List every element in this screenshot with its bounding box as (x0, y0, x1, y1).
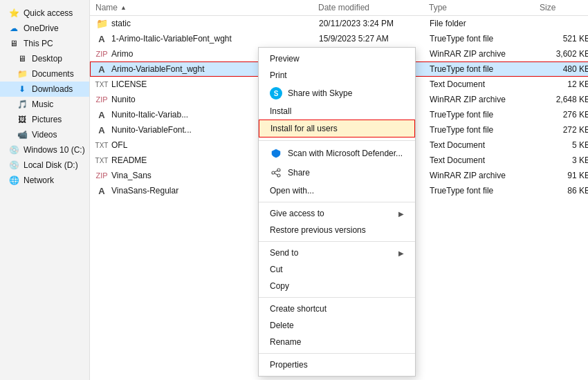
drive-d-icon: 💿 (8, 160, 19, 171)
txt-icon: TXT (96, 140, 107, 151)
zip-icon: ZIP (96, 170, 107, 181)
font-icon: A (96, 64, 107, 75)
sidebar-item-windows-c[interactable]: 💿 Windows 10 (C:) (0, 142, 89, 158)
sidebar-item-label: Local Disk (D:) (24, 160, 78, 170)
sidebar-item-label: This PC (24, 39, 53, 48)
menu-separator (259, 353, 415, 354)
svg-line-3 (275, 171, 277, 172)
menu-item-rename[interactable]: Rename (259, 334, 415, 350)
menu-item-copy[interactable]: Copy (259, 278, 415, 294)
sidebar-item-label: Quick access (24, 8, 73, 18)
font-icon: A (96, 109, 107, 120)
menu-item-properties[interactable]: Properties (259, 357, 415, 373)
folder-icon: 📁 (17, 68, 28, 79)
menu-item-install-all-users[interactable]: Install for all users (259, 120, 415, 137)
videos-icon: 📹 (17, 129, 28, 140)
file-list-header: Name ▲ Date modified Type Size (90, 0, 588, 16)
menu-item-create-shortcut[interactable]: Create shortcut (259, 301, 415, 317)
font-icon: A (96, 124, 107, 135)
menu-separator (259, 202, 415, 202)
sidebar-item-downloads[interactable]: ⬇ Downloads (0, 82, 89, 97)
sidebar-item-documents[interactable]: 📁 Documents (0, 66, 89, 82)
table-row[interactable]: A1-Arimo-Italic-VariableFont_wght 15/9/2… (90, 31, 588, 46)
menu-item-install[interactable]: Install (259, 103, 415, 120)
sidebar-item-label: Music (32, 99, 53, 109)
menu-item-scan-defender[interactable]: Scan with Microsoft Defender... (259, 144, 415, 163)
sidebar-item-local-d[interactable]: 💿 Local Disk (D:) (0, 158, 89, 173)
submenu-chevron: ▶ (398, 210, 404, 218)
sidebar: ⭐ Quick access ☁ OneDrive 🖥 This PC 🖥 De… (0, 0, 90, 380)
sidebar-item-desktop[interactable]: 🖥 Desktop (0, 51, 89, 66)
font-icon: A (96, 185, 107, 196)
folder-icon: 📁 (96, 18, 107, 29)
sort-arrow: ▲ (120, 4, 127, 11)
sidebar-item-label: Desktop (32, 54, 62, 64)
menu-item-send-to[interactable]: Send to ▶ (259, 245, 415, 261)
sidebar-item-label: OneDrive (24, 23, 59, 33)
menu-item-print[interactable]: Print (259, 67, 415, 84)
defender-icon (270, 147, 282, 160)
menu-item-share[interactable]: Share (259, 163, 415, 182)
sidebar-item-label: Videos (32, 130, 57, 140)
drive-icon: 💿 (8, 144, 19, 155)
col-size-header[interactable]: Size (540, 3, 588, 12)
sidebar-item-pictures[interactable]: 🖼 Pictures (0, 112, 89, 127)
col-name-header[interactable]: Name ▲ (90, 3, 318, 12)
share-icon (270, 167, 282, 179)
main-panel: Name ▲ Date modified Type Size 📁static 2… (90, 0, 588, 380)
context-menu: Preview Print S Share with Skype Install… (258, 47, 416, 377)
sidebar-item-network[interactable]: 🌐 Network (0, 173, 89, 188)
menu-item-give-access[interactable]: Give access to ▶ (259, 205, 415, 222)
col-type-header[interactable]: Type (429, 3, 540, 12)
svg-point-1 (272, 171, 275, 174)
star-icon: ⭐ (8, 8, 19, 19)
sidebar-item-label: Network (24, 175, 54, 185)
pictures-icon: 🖼 (17, 114, 28, 125)
font-icon: A (96, 33, 107, 44)
col-date-header[interactable]: Date modified (318, 3, 429, 12)
skype-icon: S (270, 87, 282, 99)
cloud-icon: ☁ (8, 23, 19, 34)
menu-item-open-with[interactable]: Open with... (259, 182, 415, 199)
sidebar-item-music[interactable]: 🎵 Music (0, 97, 89, 112)
svg-point-2 (277, 174, 280, 177)
sidebar-item-videos[interactable]: 📹 Videos (0, 127, 89, 142)
menu-separator (259, 140, 415, 141)
menu-item-preview[interactable]: Preview (259, 50, 415, 67)
sidebar-item-label: Documents (32, 69, 74, 79)
zip-icon: ZIP (96, 48, 107, 59)
sidebar-item-quick-access[interactable]: ⭐ Quick access (0, 6, 89, 21)
desktop-icon: 🖥 (17, 53, 28, 64)
menu-item-cut[interactable]: Cut (259, 261, 415, 278)
menu-item-delete[interactable]: Delete (259, 317, 415, 334)
menu-item-share-skype[interactable]: S Share with Skype (259, 84, 415, 103)
sidebar-item-onedrive[interactable]: ☁ OneDrive (0, 21, 89, 36)
menu-separator (259, 297, 415, 298)
zip-icon: ZIP (96, 94, 107, 105)
menu-separator (259, 241, 415, 242)
music-icon: 🎵 (17, 99, 28, 110)
txt-icon: TXT (96, 155, 107, 166)
table-row[interactable]: 📁static 20/11/2023 3:24 PM File folder (90, 16, 588, 31)
sidebar-item-label: Downloads (32, 84, 73, 94)
pc-icon: 🖥 (8, 38, 19, 49)
sidebar-item-this-pc[interactable]: 🖥 This PC (0, 36, 89, 51)
svg-point-0 (277, 169, 280, 171)
network-icon: 🌐 (8, 175, 19, 186)
menu-item-restore-versions[interactable]: Restore previous versions (259, 222, 415, 238)
sidebar-item-label: Windows 10 (C:) (24, 145, 85, 155)
txt-icon: TXT (96, 79, 107, 90)
submenu-chevron: ▶ (398, 249, 404, 257)
sidebar-item-label: Pictures (32, 115, 62, 124)
svg-line-4 (275, 173, 277, 175)
download-icon: ⬇ (17, 84, 28, 95)
